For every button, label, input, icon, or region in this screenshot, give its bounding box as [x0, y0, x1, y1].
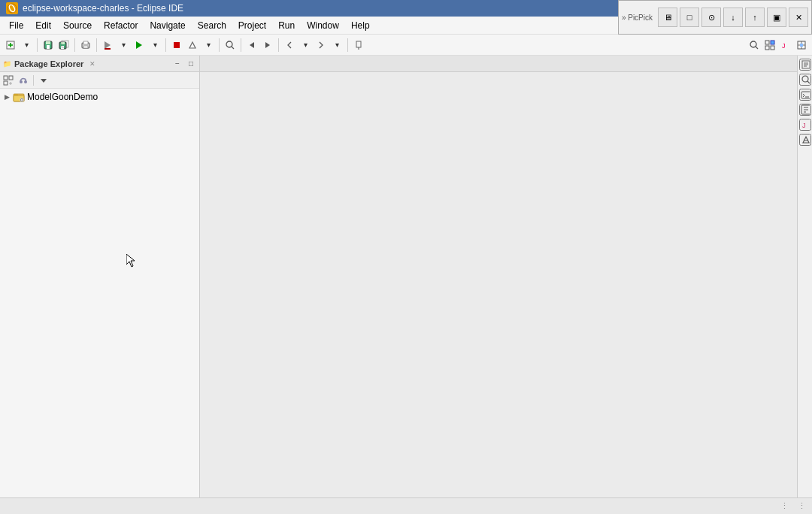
toolbar-print-btn[interactable]	[78, 38, 93, 53]
toolbar-sep-1	[37, 38, 38, 52]
picpick-scroll-up-btn[interactable]: ↑	[745, 8, 765, 27]
rs-btn-5[interactable]: J	[799, 119, 811, 131]
toolbar-pin-btn[interactable]	[351, 38, 366, 53]
right-sidebar: J	[797, 56, 812, 497]
svg-rect-55	[801, 92, 810, 98]
toolbar-nav-fwd-btn[interactable]	[314, 38, 329, 53]
svg-line-57	[803, 95, 804, 97]
picpick-region-btn[interactable]: ⊙	[701, 8, 721, 27]
toolbar-new-btn[interactable]	[3, 38, 18, 53]
menu-help[interactable]: Help	[345, 17, 376, 34]
svg-text:J: J	[782, 42, 786, 50]
svg-rect-38	[4, 81, 8, 85]
editor-content	[200, 72, 797, 497]
rs-btn-1[interactable]	[799, 59, 811, 71]
toolbar-debug-dropdown[interactable]: ▾	[116, 38, 131, 53]
svg-rect-18	[174, 42, 180, 48]
menu-source[interactable]: Source	[57, 17, 98, 34]
project-folder-icon	[13, 91, 25, 103]
toolbar-sep-8	[347, 38, 348, 52]
toolbar-sep-5	[219, 38, 220, 52]
toolbar-stop-btn[interactable]	[169, 38, 184, 53]
toolbar-build-btn[interactable]	[185, 38, 200, 53]
pe-link-btn[interactable]	[17, 74, 30, 87]
svg-point-48	[21, 99, 23, 101]
svg-marker-17	[136, 41, 142, 49]
toolbar-sep-2	[74, 38, 75, 52]
toolbar-nav-back-dropdown[interactable]: ▾	[298, 38, 313, 53]
status-bar: ⋮ ⋮	[0, 497, 812, 514]
svg-point-53	[802, 76, 808, 82]
pe-toolbar	[0, 72, 199, 89]
toolbar-nav-fwd-dropdown[interactable]: ▾	[329, 38, 344, 53]
svg-rect-13	[83, 41, 88, 44]
toolbar-open-perspective-btn[interactable]	[794, 38, 809, 53]
picpick-fullscreen-btn[interactable]: □	[680, 8, 699, 27]
status-dots: ⋮	[780, 501, 789, 511]
toolbar-build-dropdown[interactable]: ▾	[201, 38, 216, 53]
toolbar-sep-4	[165, 38, 166, 52]
menu-file[interactable]: File	[3, 17, 29, 34]
status-right: ⋮ ⋮	[780, 501, 806, 511]
menu-refactor[interactable]: Refactor	[98, 17, 144, 34]
picpick-overlay[interactable]: » PicPick 🖥 □ ⊙ ↓ ↑ ▣ ✕	[618, 0, 812, 35]
svg-marker-21	[250, 42, 254, 48]
menu-navigate[interactable]: Navigate	[144, 17, 191, 34]
pe-collapse-btn[interactable]	[2, 74, 15, 87]
toolbar-nav-back-btn[interactable]	[282, 38, 297, 53]
svg-point-41	[20, 80, 23, 83]
svg-marker-43	[41, 79, 47, 83]
svg-rect-6	[46, 41, 50, 44]
tree-item-modelgoondemo[interactable]: ▶ ModelGoonDemo	[0, 90, 199, 104]
menu-edit[interactable]: Edit	[29, 17, 57, 34]
rs-btn-3[interactable]	[799, 89, 811, 101]
toolbar-save-btn[interactable]	[41, 38, 56, 53]
svg-point-42	[24, 80, 27, 83]
toolbar-perspective-btn[interactable]	[762, 38, 777, 53]
menu-project[interactable]: Project	[232, 17, 272, 34]
tree-arrow[interactable]: ▶	[3, 93, 11, 101]
svg-rect-30	[771, 46, 774, 50]
rs-btn-6[interactable]	[799, 134, 811, 146]
pe-minimize-btn[interactable]: −	[172, 59, 183, 69]
svg-marker-22	[265, 42, 270, 48]
rs-btn-4[interactable]	[799, 104, 811, 116]
toolbar-new-dropdown[interactable]: ▾	[19, 38, 34, 53]
picpick-scroll-down-btn[interactable]: ↓	[723, 8, 743, 27]
picpick-title: » PicPick	[622, 14, 653, 22]
toolbar-search-btn[interactable]	[223, 38, 238, 53]
menu-search[interactable]: Search	[192, 17, 232, 34]
svg-line-26	[756, 47, 758, 49]
svg-point-19	[226, 41, 232, 47]
package-explorer-panel: 📁 Package Explorer ✕ − □ ▶	[0, 56, 200, 497]
picpick-window-btn[interactable]: ▣	[767, 8, 786, 27]
svg-rect-7	[47, 45, 50, 49]
toolbar-sep-3	[96, 38, 97, 52]
toolbar-java-btn[interactable]: J	[778, 38, 793, 53]
toolbar-search-right-btn[interactable]	[747, 38, 762, 53]
picpick-monitor-btn[interactable]: 🖥	[658, 8, 677, 27]
toolbar-sep-6	[241, 38, 241, 52]
toolbar-save-all-btn[interactable]	[56, 38, 71, 53]
pe-content: ▶ ModelGoonDemo	[0, 89, 199, 497]
picpick-close-btn[interactable]: ✕	[789, 8, 808, 27]
pe-maximize-btn[interactable]: □	[186, 59, 196, 69]
toolbar-back-btn[interactable]	[244, 38, 259, 53]
rs-btn-2[interactable]	[799, 74, 811, 86]
eclipse-icon	[6, 2, 18, 14]
pe-view-menu-btn[interactable]	[37, 74, 50, 87]
tree-label-modelgoondemo: ModelGoonDemo	[27, 92, 98, 102]
svg-rect-14	[83, 46, 88, 48]
toolbar-forward-btn[interactable]	[260, 38, 275, 53]
project-icon	[13, 91, 25, 103]
package-explorer-title: Package Explorer	[14, 59, 85, 68]
toolbar-run-dropdown[interactable]: ▾	[147, 38, 162, 53]
svg-marker-15	[105, 41, 111, 49]
svg-rect-29	[765, 46, 769, 50]
menu-run[interactable]: Run	[272, 17, 301, 34]
menu-window[interactable]: Window	[301, 17, 345, 34]
svg-rect-36	[4, 76, 8, 80]
toolbar-debug-btn[interactable]	[100, 38, 115, 53]
toolbar-run-btn[interactable]	[132, 38, 147, 53]
status-icon-bottom-right: ⋮	[798, 501, 806, 511]
